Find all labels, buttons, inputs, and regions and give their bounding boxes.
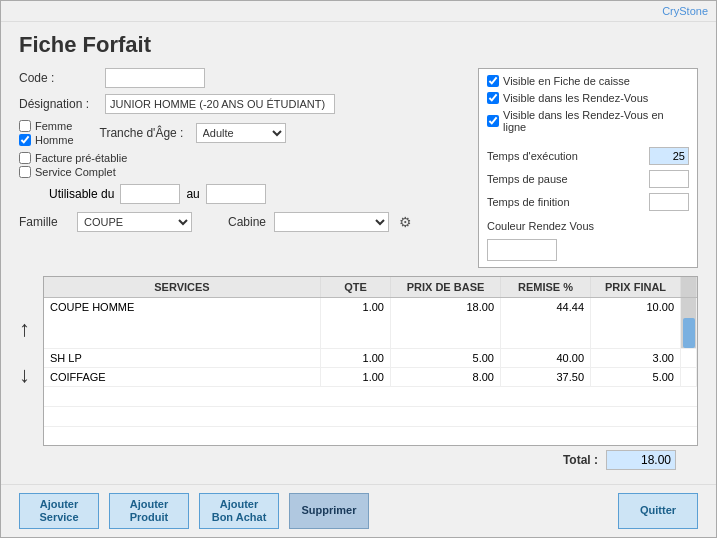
temps-execution-input[interactable] xyxy=(649,147,689,165)
code-input[interactable] xyxy=(105,68,205,88)
utilisable-label: Utilisable du xyxy=(49,187,114,201)
temps-execution-label: Temps d'exécution xyxy=(487,150,645,162)
visible-rdv-checkbox[interactable] xyxy=(487,92,499,104)
visible-rdv-online-checkbox[interactable] xyxy=(487,115,499,127)
designation-input[interactable] xyxy=(105,94,335,114)
empty-row xyxy=(44,427,697,445)
facture-label: Facture pré-établie xyxy=(35,152,127,164)
arrow-buttons: ↑ ↓ xyxy=(19,318,30,386)
cell-service-1: COUPE HOMME xyxy=(44,298,321,348)
cell-service-3: COIFFAGE xyxy=(44,368,321,386)
code-row: Code : xyxy=(19,68,468,88)
temps-finition-label: Temps de finition xyxy=(487,196,645,208)
main-area: ↑ ↓ SERVICES QTE PRIX DE BASE REMISE % P… xyxy=(19,268,698,474)
femme-label: Femme xyxy=(35,120,72,132)
cell-prix-final-1: 10.00 xyxy=(591,298,681,348)
header-prix-final: PRIX FINAL xyxy=(591,277,681,297)
service-checkbox[interactable] xyxy=(19,166,31,178)
header-qte: QTE xyxy=(321,277,391,297)
table-row[interactable]: SH LP 1.00 5.00 40.00 3.00 xyxy=(44,349,697,368)
cell-remise-2: 40.00 xyxy=(501,349,591,367)
gender-checkboxes: Femme Homme xyxy=(19,120,74,146)
form-section: Code : Désignation : Femme xyxy=(19,68,698,268)
tranche-select[interactable]: Adulte Jeune Senior xyxy=(196,123,286,143)
visible-rdv-online-item: Visible dans les Rendez-Vous en ligne xyxy=(487,109,689,133)
tranche-row: Tranche d'Âge : Adulte Jeune Senior xyxy=(100,123,286,143)
femme-checkbox-item: Femme xyxy=(19,120,74,132)
code-label: Code : xyxy=(19,71,99,85)
couleur-box[interactable] xyxy=(487,239,557,261)
famille-label: Famille xyxy=(19,215,69,229)
cell-remise-1: 44.44 xyxy=(501,298,591,348)
temps-pause-row: Temps de pause xyxy=(487,170,689,188)
femme-checkbox[interactable] xyxy=(19,120,31,132)
cell-prix-base-2: 5.00 xyxy=(391,349,501,367)
service-checkboxes: Facture pré-établie Service Complet xyxy=(19,152,468,178)
cabine-select[interactable] xyxy=(274,212,389,232)
temps-finition-input[interactable] xyxy=(649,193,689,211)
ajouter-produit-button[interactable]: Ajouter Produit xyxy=(109,493,189,529)
quitter-button[interactable]: Quitter xyxy=(618,493,698,529)
table-row[interactable]: COUPE HOMME 1.00 18.00 44.44 10.00 xyxy=(44,298,697,349)
page-title: Fiche Forfait xyxy=(19,32,698,58)
famille-cabine-row: Famille COUPE Cabine ⚙ xyxy=(19,212,468,232)
footer-left: Ajouter Service Ajouter Produit Ajouter … xyxy=(19,493,369,529)
service-checkbox-item: Service Complet xyxy=(19,166,468,178)
scroll-1 xyxy=(681,298,697,348)
ajouter-service-button[interactable]: Ajouter Service xyxy=(19,493,99,529)
cell-prix-final-3: 5.00 xyxy=(591,368,681,386)
scrollbar-thumb[interactable] xyxy=(683,318,695,348)
visible-caisse-item: Visible en Fiche de caisse xyxy=(487,75,689,87)
temps-finition-row: Temps de finition xyxy=(487,193,689,211)
header-services: SERVICES xyxy=(44,277,321,297)
facture-checkbox[interactable] xyxy=(19,152,31,164)
utilisable-to-input[interactable] xyxy=(206,184,266,204)
visible-rdv-online-label: Visible dans les Rendez-Vous en ligne xyxy=(503,109,689,133)
gear-button[interactable]: ⚙ xyxy=(397,214,414,230)
total-label: Total : xyxy=(563,453,598,467)
footer: Ajouter Service Ajouter Produit Ajouter … xyxy=(1,484,716,537)
scrollbar-header xyxy=(681,277,697,297)
homme-label: Homme xyxy=(35,134,74,146)
cell-service-2: SH LP xyxy=(44,349,321,367)
cell-qte-2: 1.00 xyxy=(321,349,391,367)
supprimer-button[interactable]: Supprimer xyxy=(289,493,369,529)
designation-row: Désignation : xyxy=(19,94,468,114)
visible-rdv-item: Visible dans les Rendez-Vous xyxy=(487,92,689,104)
temps-pause-input[interactable] xyxy=(649,170,689,188)
utilisable-from-input[interactable] xyxy=(120,184,180,204)
header-remise: REMISE % xyxy=(501,277,591,297)
content-area: Fiche Forfait Code : Désignation : xyxy=(1,22,716,484)
visible-caisse-label: Visible en Fiche de caisse xyxy=(503,75,630,87)
au-label: au xyxy=(186,187,199,201)
temps-pause-label: Temps de pause xyxy=(487,173,645,185)
couleur-label: Couleur Rendez Vous xyxy=(487,220,689,232)
table-header: SERVICES QTE PRIX DE BASE REMISE % PRIX … xyxy=(44,277,697,298)
arrow-up-button[interactable]: ↑ xyxy=(19,318,30,340)
cell-qte-1: 1.00 xyxy=(321,298,391,348)
table-row[interactable]: COIFFAGE 1.00 8.00 37.50 5.00 xyxy=(44,368,697,387)
empty-row xyxy=(44,387,697,407)
temps-execution-row: Temps d'exécution xyxy=(487,147,689,165)
homme-checkbox-item: Homme xyxy=(19,134,74,146)
cell-prix-base-3: 8.00 xyxy=(391,368,501,386)
form-left: Code : Désignation : Femme xyxy=(19,68,468,268)
scroll-3 xyxy=(681,368,697,386)
cell-qte-3: 1.00 xyxy=(321,368,391,386)
utilisable-row: Utilisable du au xyxy=(49,184,468,204)
visible-caisse-checkbox[interactable] xyxy=(487,75,499,87)
table-section: SERVICES QTE PRIX DE BASE REMISE % PRIX … xyxy=(43,276,698,474)
total-row: Total : xyxy=(43,446,698,474)
gender-tranche-row: Femme Homme Tranche d'Âge : Adulte Jeune… xyxy=(19,120,468,146)
scroll-2 xyxy=(681,349,697,367)
cell-prix-base-1: 18.00 xyxy=(391,298,501,348)
table-body: COUPE HOMME 1.00 18.00 44.44 10.00 SH LP xyxy=(44,298,697,445)
app-title: CryStone xyxy=(662,5,708,17)
window: CryStone Fiche Forfait Code : Désignatio… xyxy=(0,0,717,538)
title-bar: CryStone xyxy=(1,1,716,22)
ajouter-bon-achat-button[interactable]: Ajouter Bon Achat xyxy=(199,493,279,529)
header-prix-base: PRIX DE BASE xyxy=(391,277,501,297)
homme-checkbox[interactable] xyxy=(19,134,31,146)
arrow-down-button[interactable]: ↓ xyxy=(19,364,30,386)
famille-select[interactable]: COUPE xyxy=(77,212,192,232)
